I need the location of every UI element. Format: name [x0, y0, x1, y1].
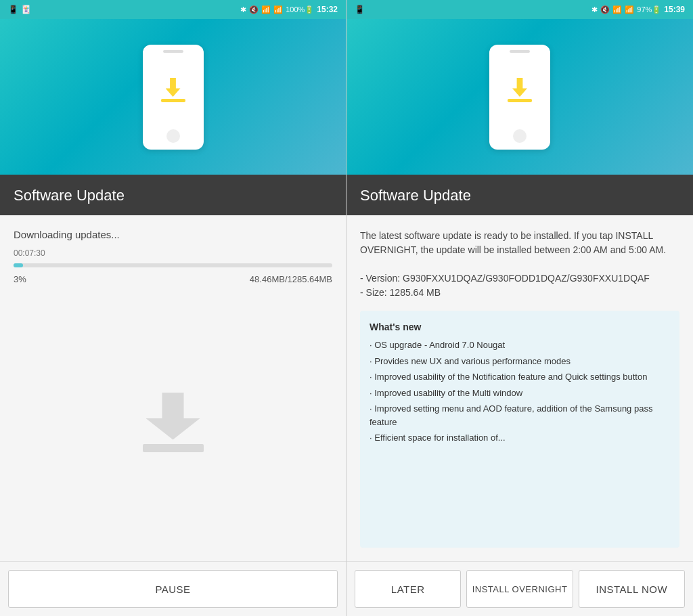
big-arrow-head: [146, 393, 200, 440]
right-status-left-icons: 📱: [355, 5, 365, 14]
right-volume-icon: 🔇: [600, 5, 610, 14]
bluetooth-icon: ✱: [240, 5, 246, 14]
progress-percent: 3%: [14, 274, 26, 284]
right-phone-icon: 📱: [355, 5, 365, 14]
right-bluetooth-icon: ✱: [591, 5, 598, 14]
progress-bar-fill: [14, 263, 23, 267]
left-phone-icon-wrap: [143, 45, 204, 150]
sim-icon: 🃏: [21, 5, 31, 14]
left-phone-shape: [143, 45, 204, 150]
right-arrow-body: [512, 78, 527, 97]
right-time: 15:39: [664, 5, 685, 14]
desc-version: - Version: G930FXXU1DQAZ/G930FODD1DQAZ/G…: [360, 273, 650, 284]
signal-icon: 📶: [273, 5, 283, 14]
right-phone-shape: [489, 45, 550, 150]
left-footer: PAUSE: [0, 561, 346, 616]
right-title-section: Software Update: [346, 175, 693, 215]
install-overnight-button[interactable]: INSTALL OVERNIGHT: [466, 570, 573, 608]
left-arrow-body: [166, 78, 181, 97]
right-download-arrow: [508, 78, 532, 102]
big-arrow-base: [143, 444, 204, 452]
pause-button[interactable]: PAUSE: [8, 570, 338, 608]
progress-bar-wrap: [14, 263, 332, 267]
progress-size: 48.46MB/1285.64MB: [250, 274, 332, 284]
whats-new-item-4: · Improved setting menu and AOD feature,…: [370, 402, 670, 428]
right-content: The latest software update is ready to b…: [346, 215, 693, 561]
right-arrow-line: [508, 99, 532, 102]
left-status-bar: 📱 🃏 ✱ 🔇 📶 📶 100%🔋 15:32: [0, 0, 346, 19]
install-now-button[interactable]: INSTALL NOW: [579, 570, 685, 608]
battery-label: 100%🔋: [286, 5, 314, 14]
left-header: [0, 19, 346, 175]
left-content: Downloading updates... 00:07:30 3% 48.46…: [0, 215, 346, 561]
left-time: 15:32: [317, 5, 338, 14]
left-status-left-icons: 📱 🃏: [8, 5, 31, 14]
right-status-right-icons: ✱ 🔇 📶 📶 97%🔋 15:39: [591, 5, 685, 14]
left-download-arrow: [161, 78, 185, 102]
big-download-icon: [14, 298, 332, 548]
left-panel: 📱 🃏 ✱ 🔇 📶 📶 100%🔋 15:32 Software Update: [0, 0, 346, 616]
progress-details: 3% 48.46MB/1285.64MB: [14, 274, 332, 284]
right-signal-icon: 📶: [625, 5, 634, 14]
volume-icon: 🔇: [249, 5, 259, 14]
whats-new-item-0: · OS upgrade - Android 7.0 Nougat: [370, 338, 670, 352]
big-arrow: [146, 393, 200, 454]
whats-new-item-2: · Improved usability of the Notification…: [370, 370, 670, 384]
desc-size: - Size: 1285.64 MB: [360, 287, 441, 298]
right-header: [346, 19, 693, 175]
left-title: Software Update: [14, 187, 332, 204]
left-title-section: Software Update: [0, 175, 346, 215]
right-wifi-icon: 📶: [612, 5, 622, 14]
left-status-right-icons: ✱ 🔇 📶 📶 100%🔋 15:32: [240, 5, 338, 14]
right-panel: 📱 ✱ 🔇 📶 📶 97%🔋 15:39 Software Update: [346, 0, 693, 616]
right-title: Software Update: [360, 187, 679, 204]
whats-new-item-3: · Improved usability of the Multi window: [370, 387, 670, 400]
left-arrow-line: [161, 99, 185, 102]
phone-icon: 📱: [8, 5, 18, 14]
right-battery-label: 97%🔋: [637, 5, 661, 14]
whats-new-item-5: · Efficient space for installation of...: [370, 431, 670, 445]
timer-text: 00:07:30: [14, 248, 332, 258]
update-description: The latest software update is ready to b…: [360, 229, 679, 300]
later-button[interactable]: LATER: [355, 570, 461, 608]
desc-line1: The latest software update is ready to b…: [360, 230, 666, 255]
download-status: Downloading updates...: [14, 229, 332, 240]
wifi-icon: 📶: [261, 5, 271, 14]
right-phone-icon-wrap: [489, 45, 550, 150]
right-footer: LATER INSTALL OVERNIGHT INSTALL NOW: [346, 561, 693, 616]
whats-new-title: What's new: [370, 320, 670, 334]
right-status-bar: 📱 ✱ 🔇 📶 📶 97%🔋 15:39: [346, 0, 693, 19]
whats-new-box: What's new · OS upgrade - Android 7.0 No…: [360, 311, 679, 548]
whats-new-item-1: · Provides new UX and various performanc…: [370, 355, 670, 368]
